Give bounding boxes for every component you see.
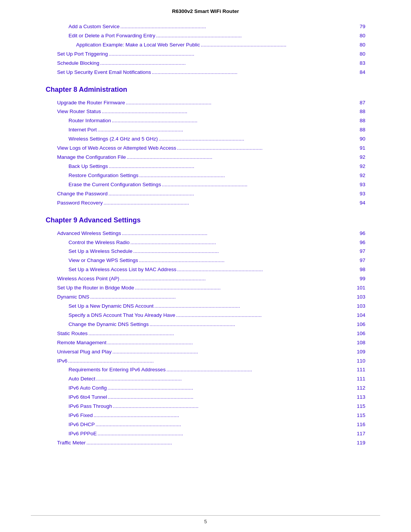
toc-entry-page: 115 — [354, 403, 365, 411]
toc-entry-text: Auto Detect — [68, 375, 96, 383]
toc-entry-dots: ........................................… — [107, 339, 353, 347]
toc-entry-dots: ........................................… — [152, 69, 353, 77]
toc-entry-page: 88 — [354, 126, 365, 134]
toc-entry-dots: ........................................… — [104, 199, 353, 207]
toc-entry: IPv6 6to4 Tunnel .......................… — [46, 393, 365, 401]
toc-entry: Requirements for Entering IPv6 Addresses… — [46, 366, 365, 374]
toc-entry: Wireless Settings (2.4 GHz and 5 GHz) ..… — [46, 135, 365, 143]
toc-entry: Auto Detect ............................… — [46, 375, 365, 383]
toc-entry-dots: ........................................… — [177, 266, 353, 274]
toc-entry-text: Change the Dynamic DNS Settings — [68, 321, 149, 329]
chapter9-heading: Chapter 9 Advanced Settings — [46, 216, 365, 224]
toc-entry-page: 104 — [354, 312, 365, 320]
toc-entry-page: 110 — [354, 357, 365, 365]
toc-entry-dots: ........................................… — [139, 257, 353, 265]
toc-entry-text: IPv6 Pass Through — [68, 403, 112, 411]
toc-entry-page: 92 — [354, 163, 365, 171]
toc-entry-page: 117 — [354, 430, 365, 438]
toc-entry-dots: ........................................… — [96, 375, 353, 383]
toc-entry-dots: ........................................… — [201, 41, 353, 49]
toc-entry-text: Advanced Wireless Settings — [57, 230, 121, 238]
toc-entry: Control the Wireless Radio .............… — [46, 239, 365, 247]
page-header: R6300v2 Smart WiFi Router — [0, 0, 411, 18]
toc-entry-dots: ........................................… — [177, 144, 353, 152]
toc-entry: Universal Plug and Play ................… — [46, 348, 365, 356]
toc-entry-page: 103 — [354, 302, 365, 310]
toc-entry-text: Manage the Configuration File — [57, 153, 126, 161]
toc-entry-page: 87 — [354, 99, 365, 107]
toc-entry-dots: ........................................… — [102, 108, 353, 116]
toc-entry-dots: ........................................… — [120, 23, 353, 31]
toc-entry: Static Routes ..........................… — [46, 330, 365, 338]
toc-entry-dots: ........................................… — [126, 99, 353, 107]
toc-entry-page: 111 — [354, 375, 365, 383]
toc-entry-page: 116 — [354, 421, 365, 429]
toc-entry-page: 108 — [354, 339, 365, 347]
toc-entry-dots: ........................................… — [112, 348, 353, 356]
toc-entry-dots: ........................................… — [155, 302, 353, 310]
toc-entry-dots: ........................................… — [108, 190, 353, 198]
toc-entry-page: 112 — [354, 384, 365, 392]
toc-entry-text: IPv6 DHCP — [68, 421, 95, 429]
toc-entry: Set Up a Wireless Access List by MAC Add… — [46, 266, 365, 274]
toc-entry-text: Requirements for Entering IPv6 Addresses — [68, 366, 166, 374]
toc-entry: IPv6 Fixed .............................… — [46, 412, 365, 420]
chapter8-section: Chapter 8 Administration Upgrade the Rou… — [46, 86, 365, 207]
toc-entry-page: 106 — [354, 321, 365, 329]
toc-entry: Internet Port ..........................… — [46, 126, 365, 134]
toc-entry-text: Remote Management — [57, 339, 107, 347]
toc-entry-page: 96 — [354, 230, 365, 238]
toc-entry-dots: ........................................… — [150, 321, 353, 329]
toc-entry: Wireless Access Point (AP) .............… — [46, 275, 365, 283]
toc-entry: Set Up Port Triggering .................… — [46, 50, 365, 58]
toc-entry-page: 103 — [354, 293, 365, 301]
toc-entry-page: 96 — [354, 239, 365, 247]
toc-entry-page: 101 — [354, 284, 365, 292]
toc-entry-text: Traffic Meter — [57, 439, 86, 447]
toc-entry: Password Recovery ......................… — [46, 199, 365, 207]
page-content: Add a Custom Service ...................… — [0, 18, 411, 478]
toc-entry: Traffic Meter ..........................… — [46, 439, 365, 447]
toc-entry: Remote Management ......................… — [46, 339, 365, 347]
toc-entry-text: Dynamic DNS — [57, 293, 89, 301]
toc-entry-text: Control the Wireless Radio — [68, 239, 130, 247]
toc-entry: Application Example: Make a Local Web Se… — [46, 41, 365, 49]
toc-entry-page: 113 — [354, 393, 365, 401]
toc-entry-page: 84 — [354, 69, 365, 77]
toc-entry-page: 93 — [354, 181, 365, 189]
toc-entry-page: 79 — [354, 23, 365, 31]
toc-entry-text: Back Up Settings — [68, 163, 108, 171]
toc-entry-dots: ........................................… — [120, 275, 353, 283]
toc-entry-text: IPv6 Fixed — [68, 412, 93, 420]
toc-entry-dots: ........................................… — [159, 135, 353, 143]
toc-entry-page: 115 — [354, 412, 365, 420]
toc-entry: IPv6 Pass Through ......................… — [46, 403, 365, 411]
toc-entry-text: View or Change WPS Settings — [68, 257, 138, 265]
toc-entry: View Logs of Web Access or Attempted Web… — [46, 144, 365, 152]
toc-entry: View or Change WPS Settings ............… — [46, 257, 365, 265]
toc-entry-dots: ........................................… — [113, 403, 353, 411]
toc-entry-dots: ........................................… — [166, 366, 353, 374]
toc-entry-dots: ........................................… — [131, 239, 353, 247]
toc-entry-page: 106 — [354, 330, 365, 338]
toc-entry-page: 99 — [354, 275, 365, 283]
toc-entry: Erase the Current Configuration Settings… — [46, 181, 365, 189]
toc-entry-text: Universal Plug and Play — [57, 348, 112, 356]
toc-entry-dots: ........................................… — [108, 393, 353, 401]
toc-entry-page: 109 — [354, 348, 365, 356]
toc-entry-text: Wireless Settings (2.4 GHz and 5 GHz) — [68, 135, 158, 143]
toc-entry-dots: ........................................… — [88, 330, 353, 338]
toc-entry: Add a Custom Service ...................… — [46, 23, 365, 31]
toc-entry-dots: ........................................… — [176, 312, 353, 320]
chapter8-heading: Chapter 8 Administration — [46, 86, 365, 94]
toc-entry-text: IPv6 6to4 Tunnel — [68, 393, 107, 401]
toc-entry-page: 97 — [354, 257, 365, 265]
toc-entry-dots: ........................................… — [112, 117, 353, 125]
toc-entry-page: 92 — [354, 172, 365, 180]
toc-entry: Schedule Blocking ......................… — [46, 59, 365, 67]
toc-entry-text: Router Information — [68, 117, 111, 125]
toc-entry-page: 83 — [354, 59, 365, 67]
toc-entry: Advanced Wireless Settings .............… — [46, 230, 365, 238]
toc-entry-text: Set Up the Router in Bridge Mode — [57, 284, 134, 292]
toc-entry-dots: ........................................… — [135, 284, 353, 292]
